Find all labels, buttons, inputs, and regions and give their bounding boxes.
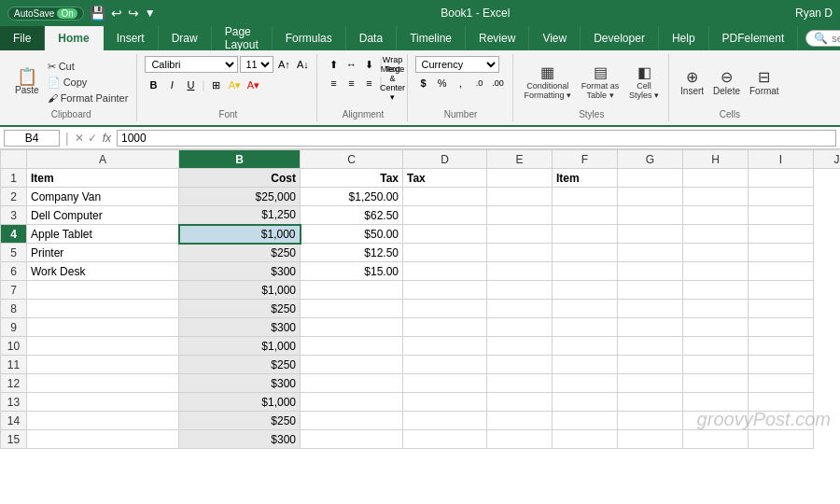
decrease-decimal-button[interactable]: .00 <box>490 75 507 91</box>
cell-5-E[interactable] <box>487 244 553 262</box>
cell-8-A[interactable] <box>27 300 179 318</box>
cell-7-I[interactable] <box>749 281 814 300</box>
align-center-button[interactable]: ≡ <box>343 75 359 91</box>
row-header-7[interactable]: 7 <box>1 281 27 300</box>
tab-pdfelement[interactable]: PDFelement <box>709 26 799 50</box>
cell-9-I[interactable] <box>749 318 814 337</box>
cell-6-B[interactable]: $300 <box>179 262 301 281</box>
cell-13-F[interactable] <box>553 393 618 412</box>
cell-6-E[interactable] <box>487 262 553 281</box>
cell-9-B[interactable]: $300 <box>179 318 301 337</box>
cell-13-E[interactable] <box>487 393 553 412</box>
cell-12-B[interactable]: $300 <box>179 374 301 393</box>
cell-10-H[interactable] <box>683 337 749 356</box>
align-right-button[interactable]: ≡ <box>360 75 377 91</box>
align-top-button[interactable]: ⬆ <box>325 56 342 73</box>
copy-button[interactable]: 📄 Copy <box>45 76 132 90</box>
tab-home[interactable]: Home <box>45 26 103 50</box>
cell-14-F[interactable] <box>553 412 618 430</box>
cell-12-D[interactable] <box>403 374 487 393</box>
cell-15-D[interactable] <box>403 430 487 449</box>
cell-6-A[interactable]: Work Desk <box>27 262 179 281</box>
cell-2-I[interactable] <box>749 188 814 206</box>
cell-6-H[interactable] <box>683 262 749 281</box>
tab-help[interactable]: Help <box>659 26 709 50</box>
cell-15-A[interactable] <box>27 430 179 449</box>
cell-12-G[interactable] <box>618 374 683 393</box>
format-as-table-button[interactable]: ▤ Format asTable ▾ <box>577 62 623 102</box>
cell-3-D[interactable] <box>403 206 487 225</box>
tab-timeline[interactable]: Timeline <box>397 26 466 50</box>
cell-5-G[interactable] <box>618 244 683 262</box>
cell-1-B[interactable]: Cost <box>179 169 301 188</box>
tab-page-layout[interactable]: Page Layout <box>212 26 273 50</box>
row-header-2[interactable]: 2 <box>1 188 27 206</box>
cell-5-C[interactable]: $12.50 <box>301 244 403 262</box>
cell-4-B[interactable]: $1,000 <box>179 225 301 244</box>
cell-5-B[interactable]: $250 <box>179 244 301 262</box>
conditional-formatting-button[interactable]: ▦ ConditionalFormatting ▾ <box>521 62 576 102</box>
cell-7-F[interactable] <box>553 281 618 300</box>
cell-10-C[interactable] <box>301 337 403 356</box>
cell-5-H[interactable] <box>683 244 749 262</box>
cell-2-G[interactable] <box>618 188 683 206</box>
cell-11-H[interactable] <box>683 356 749 374</box>
cell-2-D[interactable] <box>403 188 487 206</box>
cell-2-A[interactable]: Company Van <box>27 188 179 206</box>
cell-15-I[interactable] <box>749 430 814 449</box>
cell-10-B[interactable]: $1,000 <box>179 337 301 356</box>
cell-13-A[interactable] <box>27 393 179 412</box>
cell-14-B[interactable]: $250 <box>179 412 301 430</box>
col-header-h[interactable]: H <box>683 150 749 169</box>
cell-11-D[interactable] <box>403 356 487 374</box>
row-header-14[interactable]: 14 <box>1 412 27 430</box>
cell-10-F[interactable] <box>553 337 618 356</box>
cell-12-H[interactable] <box>683 374 749 393</box>
cell-14-I[interactable] <box>749 412 814 430</box>
increase-decimal-button[interactable]: .0 <box>471 75 488 91</box>
cell-12-I[interactable] <box>749 374 814 393</box>
undo-icon[interactable]: ↩ <box>111 6 122 21</box>
cell-8-G[interactable] <box>618 300 683 318</box>
formula-input[interactable] <box>117 130 836 147</box>
tab-draw[interactable]: Draw <box>159 26 212 50</box>
cell-7-A[interactable] <box>27 281 179 300</box>
tab-file[interactable]: File <box>0 26 45 50</box>
confirm-icon[interactable]: ✓ <box>88 132 97 145</box>
cell-7-C[interactable] <box>301 281 403 300</box>
search-input[interactable] <box>832 33 840 44</box>
cell-1-F[interactable]: Item <box>553 169 618 188</box>
cell-12-A[interactable] <box>27 374 179 393</box>
cell-3-H[interactable] <box>683 206 749 225</box>
cell-11-G[interactable] <box>618 356 683 374</box>
cell-4-F[interactable] <box>553 225 618 244</box>
col-header-g[interactable]: G <box>618 150 683 169</box>
cell-6-I[interactable] <box>749 262 814 281</box>
cell-4-C[interactable]: $50.00 <box>301 225 403 244</box>
cell-8-H[interactable] <box>683 300 749 318</box>
col-header-i[interactable]: I <box>749 150 814 169</box>
cell-6-C[interactable]: $15.00 <box>301 262 403 281</box>
cell-7-B[interactable]: $1,000 <box>179 281 301 300</box>
cell-13-G[interactable] <box>618 393 683 412</box>
fill-color-button[interactable]: A▾ <box>227 77 244 93</box>
cell-10-E[interactable] <box>487 337 553 356</box>
redo-icon[interactable]: ↪ <box>128 6 139 21</box>
cell-9-E[interactable] <box>487 318 553 337</box>
font-size-select[interactable]: 11 <box>240 56 273 73</box>
row-header-10[interactable]: 10 <box>1 337 27 356</box>
cell-1-G[interactable] <box>618 169 683 188</box>
cell-3-I[interactable] <box>749 206 814 225</box>
font-color-button[interactable]: A▾ <box>245 77 262 93</box>
cell-10-A[interactable] <box>27 337 179 356</box>
cell-1-C[interactable]: Tax <box>301 169 403 188</box>
cell-9-F[interactable] <box>553 318 618 337</box>
cell-1-E[interactable] <box>487 169 553 188</box>
cell-4-E[interactable] <box>487 225 553 244</box>
tab-review[interactable]: Review <box>466 26 529 50</box>
cell-12-E[interactable] <box>487 374 553 393</box>
cell-8-B[interactable]: $250 <box>179 300 301 318</box>
cell-13-D[interactable] <box>403 393 487 412</box>
align-left-button[interactable]: ≡ <box>325 75 342 91</box>
italic-button[interactable]: I <box>163 77 180 93</box>
